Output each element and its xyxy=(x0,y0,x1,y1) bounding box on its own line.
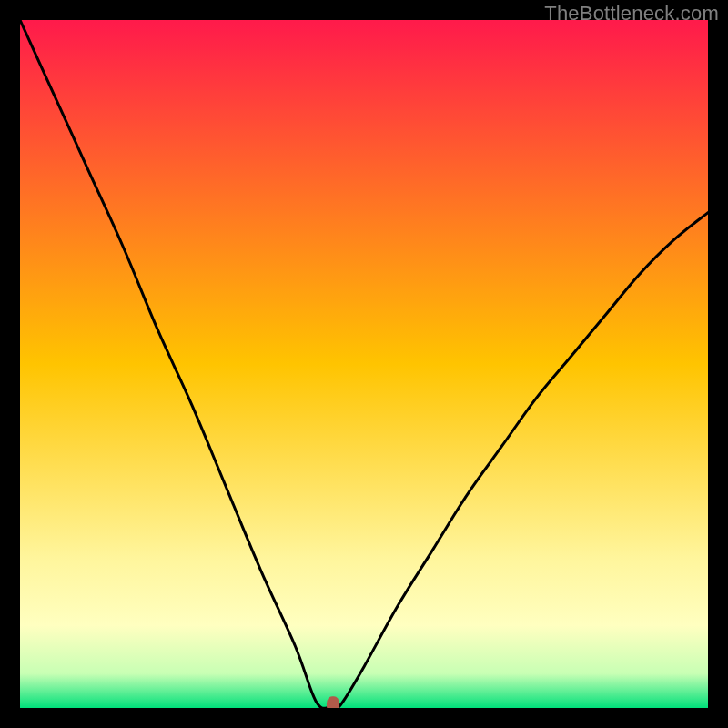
bottleneck-chart xyxy=(20,20,708,708)
gradient-background xyxy=(20,20,708,708)
chart-frame: TheBottleneck.com xyxy=(0,0,728,728)
watermark-text: TheBottleneck.com xyxy=(544,2,719,25)
plot-area xyxy=(20,20,708,708)
